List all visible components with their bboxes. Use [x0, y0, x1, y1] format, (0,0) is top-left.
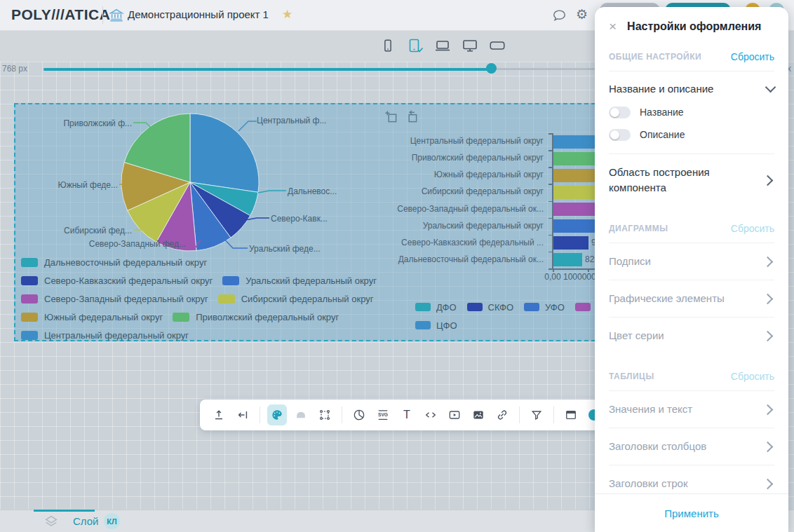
legend-item[interactable]: СКФО	[467, 302, 514, 313]
panel-menu-item[interactable]: Заголовки столбцов	[609, 428, 774, 465]
panel-footer: Применить	[595, 493, 788, 532]
close-icon[interactable]: ×	[609, 20, 617, 33]
panel-menu-item[interactable]: Графические элементы	[609, 280, 774, 317]
legend-item[interactable]: Северо-Западный федеральный округ	[21, 294, 208, 304]
pie-callout-label: Уральский феде...	[249, 244, 321, 254]
bar-chart-legend: ДФОСКФОУФОСЗФОЦФО	[415, 298, 622, 334]
video-tool-button[interactable]	[445, 404, 464, 425]
panel-menu-item-label: Подписи	[609, 254, 753, 269]
toolbar-divider	[342, 407, 342, 423]
legend-swatch	[415, 321, 431, 329]
x-tick-label: 0,00	[539, 272, 567, 282]
chevron-down-icon	[765, 82, 776, 93]
legend-item[interactable]: ЦФО	[415, 320, 457, 331]
image-tool-button[interactable]	[469, 404, 488, 425]
chevron-right-icon	[762, 175, 774, 186]
bar-category-label: Сибирский федеральный округ	[422, 186, 544, 196]
name-toggle[interactable]	[609, 107, 631, 118]
section-tables: ТАБЛИЦЫ Сбросить	[609, 371, 774, 390]
tab-layer[interactable]: Слой	[73, 515, 98, 527]
build-area-row[interactable]: Область построения компонента	[609, 154, 774, 206]
chevron-right-icon	[762, 404, 774, 415]
bar-category-label: Дальневосточный федеральный ок...	[398, 254, 544, 264]
description-toggle[interactable]	[609, 129, 631, 141]
legend-item[interactable]: Южный федеральный округ	[21, 312, 163, 322]
bar[interactable]	[553, 236, 588, 250]
filter-tool-button[interactable]	[527, 404, 546, 425]
legend-swatch	[21, 258, 38, 267]
apply-button[interactable]: Применить	[660, 507, 723, 520]
layout-panel-tool-button[interactable]	[561, 404, 581, 425]
transform-frame-button[interactable]	[315, 404, 335, 425]
text-tool-glyph: T	[403, 409, 410, 421]
panel-menu-item[interactable]: Значения и текст	[609, 390, 774, 428]
bar-category-label: Северо-Кавказский федеральный ...	[401, 238, 544, 247]
legend-item[interactable]: Уральский федеральный округ	[222, 275, 377, 286]
legend-label: СКФО	[488, 302, 514, 313]
device-phone-icon[interactable]	[379, 36, 397, 55]
pie-callout-label: Южный феде...	[58, 180, 118, 190]
favorite-star-icon[interactable]: ★	[282, 7, 292, 22]
chat-icon[interactable]	[551, 8, 567, 23]
layers-icon[interactable]	[43, 514, 59, 528]
svg-tool-button[interactable]: SVG	[373, 404, 393, 425]
legend-item[interactable]: ДФО	[415, 302, 457, 313]
legend-item[interactable]: Центральный федеральный округ	[21, 330, 189, 341]
width-slider-handle[interactable]	[486, 63, 497, 74]
bar-category-label: Центральный федеральный округ	[410, 136, 544, 146]
svg-text:SVG: SVG	[378, 412, 388, 417]
width-slider-fill	[43, 68, 491, 71]
code-tool-button[interactable]	[421, 404, 440, 425]
palette-tool-button[interactable]	[267, 404, 287, 425]
text-tool-button[interactable]: T	[397, 404, 417, 425]
section-tables-label: ТАБЛИЦЫ	[609, 371, 654, 381]
pie-callout-label: Приволжский ф...	[63, 118, 132, 128]
tables-reset-link[interactable]: Сбросить	[731, 371, 774, 382]
legend-item[interactable]: Северо-Кавказский федеральный округ	[21, 275, 213, 286]
bar-category-label: Северо-Западный федеральный ок...	[397, 204, 544, 214]
legend-label: Северо-Западный федеральный округ	[44, 294, 208, 304]
section-general: ОБЩИЕ НАСТРОЙКИ Сбросить	[609, 51, 774, 71]
bar[interactable]	[553, 253, 582, 266]
bar[interactable]	[553, 219, 597, 233]
panel-menu-item[interactable]: Цвет серии	[609, 317, 774, 354]
pie-chart-tool-button[interactable]	[349, 404, 369, 425]
polymatica-logo: POLY///ATICA	[11, 6, 110, 23]
device-desktop-icon[interactable]	[461, 36, 479, 55]
device-laptop-icon[interactable]	[433, 36, 452, 55]
toggle-row-description: Описание	[609, 124, 774, 145]
upload-button[interactable]	[209, 404, 229, 425]
bar-category-label: Южный федеральный округ	[434, 170, 544, 179]
name-description-row[interactable]: Название и описание	[609, 71, 774, 100]
legend-swatch	[173, 313, 189, 322]
panel-menu-item-label: Графические элементы	[609, 291, 753, 306]
link-tool-button[interactable]	[492, 404, 512, 425]
collapse-left-button[interactable]	[233, 404, 253, 425]
legend-swatch	[21, 313, 38, 322]
device-tablet-icon-selected[interactable]	[406, 36, 424, 55]
bar-category-label: Уральский федеральный округ	[423, 221, 544, 231]
legend-item[interactable]: Приволжский федеральный округ	[173, 312, 339, 322]
settings-gear-icon[interactable]: ⚙	[576, 6, 588, 23]
duplicate-component-icon[interactable]	[384, 110, 398, 123]
panel-menu-item[interactable]: Заголовки строк	[609, 465, 774, 494]
legend-item[interactable]: УФО	[524, 302, 565, 313]
layer-badge[interactable]: КЛ	[104, 513, 120, 529]
legend-swatch	[415, 303, 431, 311]
container-tool-button[interactable]	[291, 404, 311, 425]
pie-slice-0[interactable]	[190, 114, 259, 192]
legend-swatch	[21, 276, 38, 285]
device-tv-icon[interactable]	[488, 36, 506, 55]
general-reset-link[interactable]: Сбросить	[731, 51, 774, 62]
legend-label: Уральский федеральный округ	[245, 275, 377, 286]
active-tab-indicator	[34, 510, 95, 512]
replace-component-icon[interactable]	[405, 110, 418, 123]
legend-item[interactable]: Сибирский федеральный округ	[218, 294, 374, 304]
panel-menu-item[interactable]: Подписи	[609, 243, 774, 280]
legend-swatch	[575, 303, 591, 311]
diagrams-reset-link[interactable]: Сбросить	[731, 223, 774, 234]
legend-item[interactable]: Дальневосточный федеральный округ	[21, 257, 207, 268]
panel-menu-item-label: Заголовки столбцов	[609, 439, 753, 454]
project-title[interactable]: Демонстрационный проект 1	[128, 8, 269, 20]
canvas-width-label: 768 px	[2, 64, 27, 74]
